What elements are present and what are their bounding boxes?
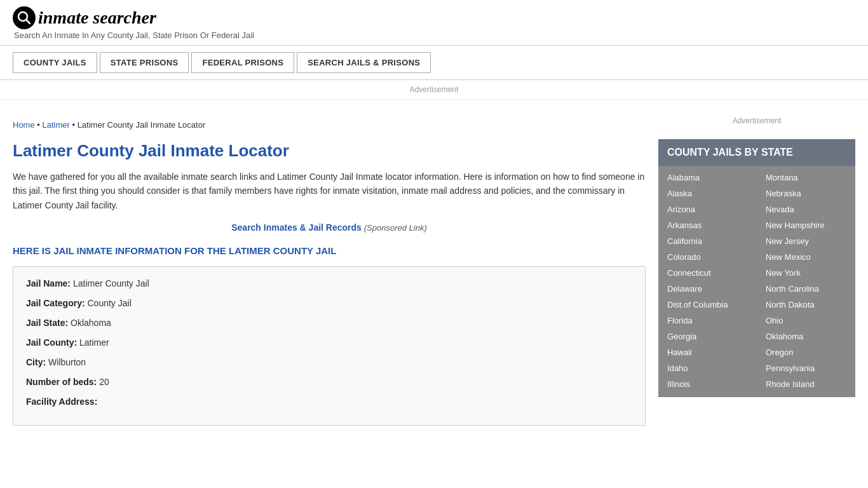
nav-state-prisons[interactable]: STATE PRISONS — [100, 52, 189, 73]
state-link[interactable]: Illinois — [658, 376, 757, 392]
nav-federal-prisons[interactable]: FEDERAL PRISONS — [191, 52, 294, 73]
logo-brand: inmate searcher — [38, 8, 156, 27]
state-link[interactable]: New York — [757, 265, 855, 281]
breadcrumb-sep2: • — [72, 120, 77, 130]
jail-category-value: County Jail — [87, 298, 131, 308]
breadcrumb-parent[interactable]: Latimer — [42, 120, 69, 130]
breadcrumb-current: Latimer County Jail Inmate Locator — [78, 120, 206, 130]
main-layout: Home • Latimer • Latimer County Jail Inm… — [0, 105, 868, 426]
page-title: Latimer County Jail Inmate Locator — [13, 141, 646, 161]
jail-category-row: Jail Category: County Jail — [26, 297, 632, 310]
state-link[interactable]: Arizona — [658, 201, 757, 217]
jail-state-row: Jail State: Oklahoma — [26, 316, 632, 330]
jail-name-value: Latimer County Jail — [73, 278, 149, 288]
jail-state-value: Oklahoma — [71, 318, 111, 328]
state-box-title: COUNTY JAILS BY STATE — [667, 147, 846, 158]
sidebar: Advertisement COUNTY JAILS BY STATE Alab… — [658, 105, 855, 426]
sidebar-ad: Advertisement — [658, 111, 855, 130]
state-box: COUNTY JAILS BY STATE AlabamaAlaskaArizo… — [658, 139, 855, 397]
state-link[interactable]: California — [658, 233, 757, 249]
jail-city-label: City: — [26, 357, 48, 367]
state-box-header: COUNTY JAILS BY STATE — [658, 139, 855, 166]
state-link[interactable]: Montana — [757, 170, 855, 186]
jail-city-value: Wilburton — [48, 357, 86, 367]
content-area: Home • Latimer • Latimer County Jail Inm… — [13, 105, 646, 426]
states-col-left: AlabamaAlaskaArizonaArkansasCaliforniaCo… — [658, 170, 757, 392]
state-link[interactable]: New Mexico — [757, 249, 855, 265]
state-link[interactable]: Rhode Island — [757, 376, 855, 392]
ad-banner-top: Advertisement — [0, 80, 868, 100]
state-link[interactable]: Alabama — [658, 170, 757, 186]
state-link[interactable]: Ohio — [757, 313, 855, 329]
state-link[interactable]: Dist.of Columbia — [658, 297, 757, 313]
tagline: Search An Inmate In Any County Jail, Sta… — [14, 30, 855, 40]
state-link[interactable]: Connecticut — [658, 265, 757, 281]
description: We have gathered for you all the availab… — [13, 170, 646, 212]
state-grid: AlabamaAlaskaArizonaArkansasCaliforniaCo… — [658, 166, 855, 397]
jail-info-header: HERE IS JAIL INMATE INFORMATION FOR THE … — [13, 245, 646, 256]
header: inmate searcher Search An Inmate In Any … — [0, 0, 868, 46]
jail-category-label: Jail Category: — [26, 298, 87, 308]
state-link[interactable]: Idaho — [658, 360, 757, 376]
jail-beds-label: Number of beds: — [26, 377, 99, 387]
breadcrumb-home[interactable]: Home — [13, 120, 35, 130]
state-link[interactable]: Nevada — [757, 201, 855, 217]
jail-name-label: Jail Name: — [26, 278, 73, 288]
jail-state-label: Jail State: — [26, 318, 71, 328]
state-link[interactable]: Arkansas — [658, 217, 757, 233]
navigation: COUNTY JAILS STATE PRISONS FEDERAL PRISO… — [0, 46, 868, 80]
nav-county-jails[interactable]: COUNTY JAILS — [13, 52, 97, 73]
jail-county-value: Latimer — [79, 337, 109, 348]
state-link[interactable]: Pennsylvania — [757, 360, 855, 376]
jail-city-row: City: Wilburton — [26, 356, 632, 369]
state-link[interactable]: North Dakota — [757, 297, 855, 313]
logo-icon — [13, 6, 36, 29]
jail-address-row: Facility Address: — [26, 395, 632, 409]
state-link[interactable]: North Carolina — [757, 281, 855, 297]
nav-search-jails-prisons[interactable]: SEARCH JAILS & PRISONS — [297, 52, 431, 73]
state-link[interactable]: Delaware — [658, 281, 757, 297]
state-link[interactable]: Oklahoma — [757, 329, 855, 344]
state-link[interactable]: New Jersey — [757, 233, 855, 249]
state-link[interactable]: Alaska — [658, 186, 757, 201]
info-box: Jail Name: Latimer County Jail Jail Cate… — [13, 266, 646, 426]
sponsored-label: (Sponsored Link) — [364, 223, 427, 233]
state-link[interactable]: Georgia — [658, 329, 757, 344]
search-link-area: Search Inmates & Jail Records (Sponsored… — [13, 222, 646, 233]
svg-line-1 — [26, 20, 30, 24]
jail-beds-value: 20 — [99, 377, 109, 387]
state-link[interactable]: New Hampshire — [757, 217, 855, 233]
logo-text: inmate searcher — [38, 8, 156, 28]
state-link[interactable]: Oregon — [757, 344, 855, 360]
state-link[interactable]: Nebraska — [757, 186, 855, 201]
state-link[interactable]: Florida — [658, 313, 757, 329]
search-inmates-link[interactable]: Search Inmates & Jail Records — [231, 222, 362, 233]
jail-name-row: Jail Name: Latimer County Jail — [26, 277, 632, 290]
breadcrumb: Home • Latimer • Latimer County Jail Inm… — [13, 111, 646, 136]
jail-address-label: Facility Address: — [26, 396, 97, 407]
states-col-right: MontanaNebraskaNevadaNew HampshireNew Je… — [757, 170, 855, 392]
jail-county-label: Jail County: — [26, 337, 79, 348]
state-link[interactable]: Colorado — [658, 249, 757, 265]
jail-county-row: Jail County: Latimer — [26, 336, 632, 349]
logo-area: inmate searcher — [13, 6, 855, 29]
jail-beds-row: Number of beds: 20 — [26, 376, 632, 389]
state-link[interactable]: Hawaii — [658, 344, 757, 360]
